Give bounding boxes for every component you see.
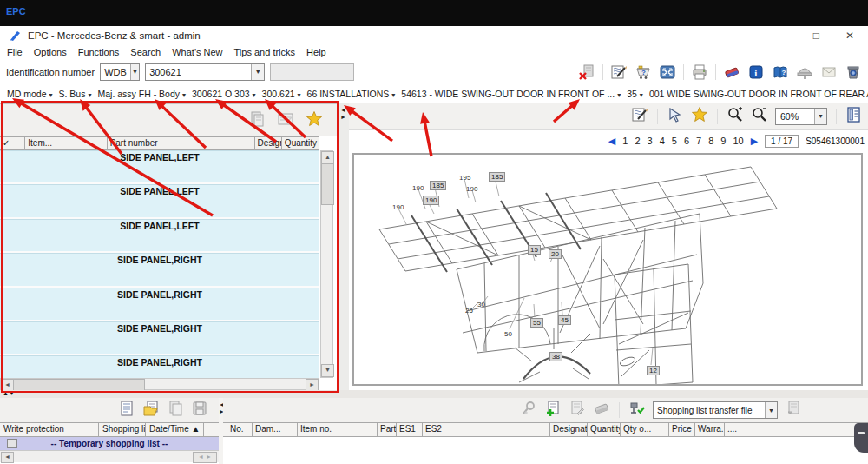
edit-note-icon[interactable] [631, 106, 648, 127]
part-number-label[interactable]: 190 [412, 184, 424, 192]
horizontal-splitter[interactable]: ▲▼ [0, 390, 868, 398]
search-key-icon[interactable] [520, 400, 537, 421]
column-header[interactable]: Item no. [298, 423, 378, 436]
manual-book-icon[interactable]: ? [770, 63, 791, 82]
chevron-down-icon[interactable]: ▼ [251, 64, 264, 80]
nav-dropdown[interactable]: Maj. assy FH - Body [97, 89, 186, 99]
column-header[interactable]: Quantity [588, 423, 621, 436]
id-number-combo[interactable]: 300621 ▼ [145, 63, 265, 81]
print-icon[interactable] [689, 63, 710, 82]
next-page-icon[interactable]: ▶ [751, 136, 758, 147]
scroll-right-icon[interactable] [193, 452, 217, 463]
part-number-label[interactable]: 190 [392, 203, 404, 211]
table-row[interactable]: SIDE PANEL,RIGHT [0, 288, 319, 321]
id-prefix-combo[interactable]: WDB ▼ [100, 63, 140, 81]
column-header[interactable]: ES1 [397, 423, 423, 436]
eraser-icon[interactable] [721, 63, 742, 82]
maximize-button[interactable]: □ [813, 26, 819, 45]
favorite-star-icon[interactable] [691, 106, 708, 127]
splitter-collapse-icons[interactable]: ◄► [340, 107, 346, 121]
menu-item[interactable]: Search [130, 47, 161, 57]
scroll-right-icon[interactable] [306, 379, 319, 391]
nav-dropdown[interactable]: S. Bus [59, 89, 92, 99]
menu-item[interactable]: Tips and tricks [234, 47, 296, 57]
part-number-label[interactable]: 190 [466, 185, 477, 193]
parts-basket-icon[interactable]: ? [633, 63, 654, 82]
zoom-out-icon[interactable] [751, 106, 768, 127]
nav-dropdown[interactable]: 54613 - WIDE SWING-OUT DOOR IN FRONT OF … [401, 89, 621, 99]
page-number[interactable]: 9 [720, 136, 726, 146]
scrollbar-thumb[interactable] [321, 163, 334, 205]
chevron-down-icon[interactable]: ▼ [130, 64, 139, 80]
page-number[interactable]: 1 [622, 136, 628, 146]
chevron-down-icon[interactable]: ▼ [814, 109, 826, 124]
column-header[interactable]: ES2 [423, 423, 550, 436]
column-header[interactable]: Quantity [282, 137, 319, 149]
shopping-list-scrollbar[interactable] [0, 450, 219, 462]
technical-drawing-canvas[interactable]: 190190185190195190185152030255545503812 [352, 153, 863, 386]
note-card-icon[interactable] [277, 110, 294, 131]
part-number-label[interactable]: 50 [504, 330, 512, 338]
panel-splitter[interactable]: ◄► [339, 103, 349, 390]
previous-page-icon[interactable]: ◀ [608, 136, 615, 147]
recycle-bin-icon[interactable] [843, 63, 864, 82]
part-number-label[interactable]: 38 [549, 352, 562, 361]
view-list-icon[interactable] [569, 400, 586, 421]
scroll-down-icon[interactable] [321, 364, 334, 377]
page-number[interactable]: 6 [684, 136, 689, 146]
part-number-label[interactable]: 55 [530, 318, 543, 328]
menu-item[interactable]: Functions [78, 47, 120, 57]
shopping-list-row-selected[interactable]: -- Temporary shopping list -- [0, 437, 219, 450]
part-number-label[interactable]: 12 [647, 366, 660, 375]
column-header[interactable]: Shopping list [99, 423, 146, 436]
column-header[interactable]: Designation/description [255, 137, 282, 149]
transfer-file-select[interactable]: Shopping list transfer file ▼ [653, 401, 778, 419]
part-number-label[interactable]: 45 [558, 315, 571, 325]
nav-dropdown[interactable]: 35 [627, 89, 643, 99]
parts-horizontal-scrollbar[interactable] [0, 378, 319, 390]
menu-item[interactable]: What's New [172, 47, 222, 57]
column-header[interactable]: Item... [25, 137, 107, 149]
part-number-label[interactable]: 195 [459, 174, 470, 182]
nav-dropdown[interactable]: MD mode [7, 89, 53, 99]
column-header[interactable]: Designation/description [550, 423, 588, 436]
minimize-button[interactable]: – [781, 26, 787, 45]
scrollbar-thumb[interactable] [13, 379, 145, 391]
column-header[interactable]: Warra... [695, 423, 725, 436]
side-overlay-tab[interactable] [854, 423, 868, 453]
table-row[interactable]: SIDE PANEL,LEFT [0, 219, 319, 253]
new-list-icon[interactable] [118, 400, 135, 421]
parts-vertical-scrollbar[interactable] [320, 150, 333, 378]
column-header[interactable]: Part number [378, 423, 397, 436]
table-row[interactable]: SIDE PANEL,RIGHT [0, 253, 319, 287]
nav-dropdown[interactable]: 001 WIDE SWING-OUT DOOR IN FRONT OF REAR… [649, 89, 868, 99]
part-number-label[interactable]: 185 [430, 181, 446, 190]
copy-list-icon[interactable] [248, 110, 266, 131]
column-header[interactable]: Qty o... [621, 423, 669, 436]
delete-document-icon[interactable] [576, 63, 597, 82]
column-header[interactable]: .... [725, 423, 740, 436]
page-number[interactable]: 10 [733, 136, 743, 146]
nav-dropdown[interactable]: 300621 O 303 [192, 89, 256, 99]
fullscreen-icon[interactable] [657, 63, 678, 82]
column-header[interactable]: ✓ [0, 137, 25, 149]
column-header[interactable]: Part number [108, 137, 255, 149]
menu-item[interactable]: Options [34, 47, 67, 57]
splitter-collapse-icons[interactable]: ▲▼ [3, 390, 15, 396]
info-icon[interactable]: i [746, 63, 766, 82]
scroll-left-icon[interactable] [1, 452, 14, 463]
eraser-gray-icon[interactable] [593, 400, 610, 421]
copy-list-icon[interactable] [167, 400, 184, 421]
edit-note-icon[interactable] [608, 63, 629, 82]
part-number-label[interactable]: 25 [465, 307, 473, 315]
favorite-star-icon[interactable] [306, 110, 323, 131]
add-to-list-icon[interactable] [544, 400, 562, 421]
part-number-label[interactable]: 190 [423, 196, 439, 205]
scroll-left-icon[interactable] [1, 379, 14, 391]
vehicle-icon[interactable] [794, 63, 815, 82]
page-number[interactable]: 8 [708, 136, 713, 146]
column-header[interactable]: No. [227, 423, 253, 436]
open-list-icon[interactable] [142, 400, 160, 421]
transfer-list-icon[interactable] [628, 400, 646, 421]
column-header[interactable]: Date/Time ▲ [146, 423, 204, 436]
